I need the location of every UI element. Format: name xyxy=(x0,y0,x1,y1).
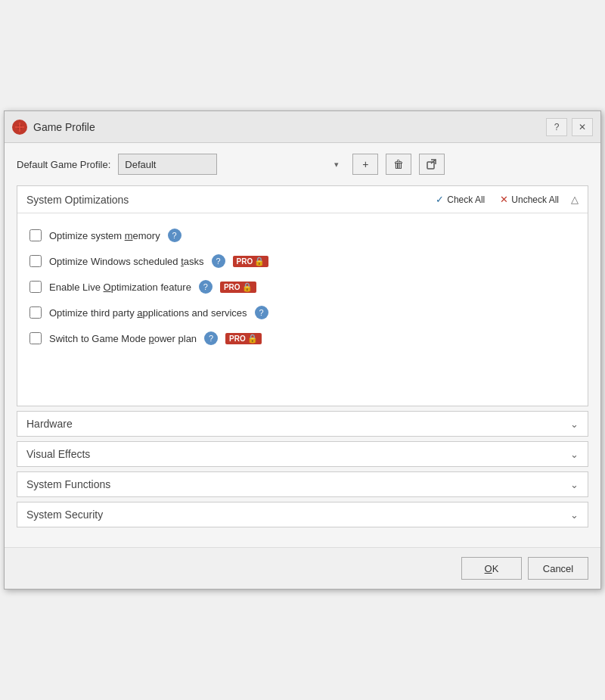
help-icon-tasks[interactable]: ? xyxy=(212,254,225,268)
check-all-label: Check All xyxy=(447,194,485,205)
window-title: Game Profile xyxy=(33,121,95,133)
label-optimize-third-party: Optimize third party applications and se… xyxy=(49,307,247,319)
profile-row: Default Game Profile: Default Custom Pro… xyxy=(17,154,588,175)
hardware-collapse-icon: ⌄ xyxy=(570,418,579,430)
lock-icon-live: 🔒 xyxy=(242,282,253,292)
content-area: Default Game Profile: Default Custom Pro… xyxy=(5,143,600,543)
section-system-optimizations-title: System Optimizations xyxy=(26,194,129,206)
checkbox-live-optimization[interactable] xyxy=(29,281,42,293)
title-bar-left: Game Profile xyxy=(12,120,95,135)
section-system-functions: System Functions ⌄ xyxy=(17,471,588,497)
checkbox-optimize-tasks[interactable] xyxy=(29,255,42,267)
check-all-icon: ✓ xyxy=(436,194,444,205)
collapse-icon: △ xyxy=(571,194,579,205)
option-row-live: Enable Live Optimization feature ? PRO 🔒 xyxy=(29,274,576,300)
section-system-security: System Security ⌄ xyxy=(17,502,588,527)
pro-badge-tasks: PRO 🔒 xyxy=(233,256,269,267)
visual-effects-collapse-icon: ⌄ xyxy=(570,449,579,460)
footer: OK Cancel xyxy=(5,547,600,589)
cancel-button[interactable]: Cancel xyxy=(528,557,588,580)
option-row-game-mode: Switch to Game Mode power plan ? PRO 🔒 xyxy=(29,325,576,351)
uncheck-all-label: Uncheck All xyxy=(511,194,559,205)
section-hardware-title: Hardware xyxy=(26,418,73,430)
pro-badge-live: PRO 🔒 xyxy=(220,282,256,293)
delete-profile-button[interactable]: 🗑 xyxy=(386,154,411,175)
add-profile-button[interactable]: + xyxy=(352,154,378,175)
checkbox-optimize-third-party[interactable] xyxy=(29,306,42,319)
profile-select-wrapper: Default Custom Profile 1 Custom Profile … xyxy=(118,154,345,175)
label-game-mode: Switch to Game Mode power plan xyxy=(49,333,197,344)
option-row-tasks: Optimize Windows scheduled tasks ? PRO 🔒 xyxy=(29,248,576,274)
section-controls: ✓ Check All ✕ Uncheck All △ xyxy=(433,192,579,207)
section-visual-effects-title: Visual Effects xyxy=(26,448,90,460)
profile-select[interactable]: Default Custom Profile 1 Custom Profile … xyxy=(118,154,217,175)
uncheck-all-icon: ✕ xyxy=(500,194,508,205)
game-profile-window: Game Profile ? ✕ Default Game Profile: D… xyxy=(4,110,601,590)
section-system-optimizations-body: Optimize system memory ? Optimize Window… xyxy=(17,213,588,406)
checkbox-optimize-memory[interactable] xyxy=(29,229,42,241)
section-visual-effects-header[interactable]: Visual Effects ⌄ xyxy=(17,442,588,466)
ok-button[interactable]: OK xyxy=(461,557,522,580)
section-system-security-title: System Security xyxy=(26,509,103,521)
title-bar: Game Profile ? ✕ xyxy=(5,111,600,143)
check-all-button[interactable]: ✓ Check All xyxy=(433,192,488,207)
section-hardware-header[interactable]: Hardware ⌄ xyxy=(17,412,588,436)
export-profile-button[interactable] xyxy=(419,154,445,175)
section-system-functions-title: System Functions xyxy=(26,478,110,490)
help-icon-game-mode[interactable]: ? xyxy=(204,331,218,345)
help-icon-live[interactable]: ? xyxy=(199,280,213,294)
app-icon xyxy=(12,120,27,135)
label-optimize-tasks: Optimize Windows scheduled tasks xyxy=(49,256,204,267)
section-system-functions-header[interactable]: System Functions ⌄ xyxy=(17,472,588,496)
uncheck-all-button[interactable]: ✕ Uncheck All xyxy=(497,192,562,207)
title-bar-controls: ? ✕ xyxy=(546,118,593,136)
svg-rect-4 xyxy=(427,162,434,169)
checkbox-game-mode[interactable] xyxy=(29,332,42,344)
label-live-optimization: Enable Live Optimization feature xyxy=(49,282,191,293)
help-icon-third-party[interactable]: ? xyxy=(255,306,268,319)
help-icon-memory[interactable]: ? xyxy=(168,229,182,242)
lock-icon-tasks: 🔒 xyxy=(254,257,265,266)
option-row-third-party: Optimize third party applications and se… xyxy=(29,300,576,325)
system-functions-collapse-icon: ⌄ xyxy=(570,479,579,490)
profile-label: Default Game Profile: xyxy=(17,159,110,170)
close-button[interactable]: ✕ xyxy=(572,118,593,136)
help-button[interactable]: ? xyxy=(546,118,567,136)
option-row-memory: Optimize system memory ? xyxy=(29,222,576,248)
section-system-optimizations: System Optimizations ✓ Check All ✕ Unche… xyxy=(17,185,588,406)
section-system-security-header[interactable]: System Security ⌄ xyxy=(17,502,588,527)
lock-icon-game-mode: 🔒 xyxy=(247,334,258,344)
label-optimize-memory: Optimize system memory xyxy=(49,230,160,241)
system-security-collapse-icon: ⌄ xyxy=(570,509,579,521)
section-hardware: Hardware ⌄ xyxy=(17,411,588,437)
pro-badge-game-mode: PRO 🔒 xyxy=(225,333,262,344)
section-system-optimizations-header[interactable]: System Optimizations ✓ Check All ✕ Unche… xyxy=(17,186,588,213)
section-visual-effects: Visual Effects ⌄ xyxy=(17,441,588,467)
spacer xyxy=(29,351,576,397)
